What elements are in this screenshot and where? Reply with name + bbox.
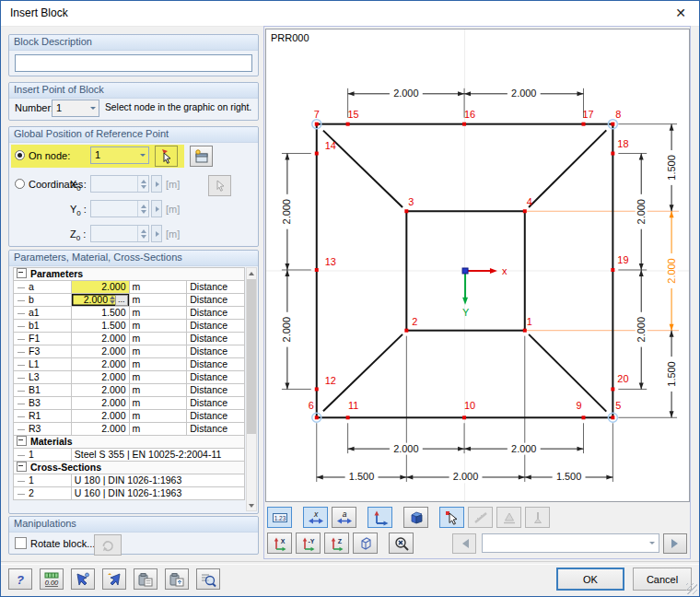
block-drawing[interactable]: 2.0002.0002.0002.0002.0002.0001.5002.000… bbox=[266, 29, 689, 501]
node-marker[interactable] bbox=[611, 387, 614, 391]
table-row[interactable]: 1U 180 | DIN 1026-1:1963 bbox=[14, 474, 245, 487]
cancel-button[interactable]: Cancel bbox=[633, 568, 692, 591]
param-value-cell[interactable]: 2.000 bbox=[71, 397, 129, 410]
resize-grip[interactable] bbox=[686, 583, 697, 594]
block-preview-area[interactable]: 2.0002.0002.0002.0002.0002.0001.5002.000… bbox=[265, 29, 690, 502]
item-value-cell[interactable]: U 160 | DIN 1026-1:1963 bbox=[71, 487, 244, 500]
param-value-cell[interactable]: 2.000 bbox=[71, 410, 129, 423]
pick-node-button[interactable] bbox=[155, 146, 178, 167]
table-scrollbar[interactable] bbox=[246, 267, 257, 511]
block-select-combo[interactable] bbox=[482, 533, 659, 553]
units-decimal-button[interactable]: 0.00 bbox=[40, 568, 64, 590]
z0-spinner[interactable] bbox=[90, 225, 149, 242]
x0-expand-button[interactable] bbox=[151, 175, 162, 193]
collapse-icon[interactable] bbox=[17, 462, 27, 472]
param-value-cell[interactable]: 2.000 bbox=[71, 423, 129, 436]
node-marker[interactable] bbox=[404, 209, 408, 213]
insert-number-combo[interactable]: 1 bbox=[52, 100, 99, 117]
dimension-x-toggle-button[interactable]: x bbox=[303, 507, 328, 528]
item-value-cell[interactable]: U 180 | DIN 1026-1:1963 bbox=[71, 474, 244, 487]
x0-spinner[interactable] bbox=[90, 175, 149, 193]
node-marker[interactable] bbox=[582, 416, 586, 419]
paste-special-button[interactable] bbox=[165, 568, 189, 590]
scroll-up-icon[interactable] bbox=[247, 268, 256, 278]
node-marker[interactable] bbox=[346, 416, 350, 419]
dimension-a-toggle-button[interactable]: a bbox=[332, 507, 356, 528]
param-value-cell[interactable]: 2.000 bbox=[71, 345, 129, 358]
paste-button[interactable] bbox=[134, 568, 158, 590]
ok-button[interactable]: OK bbox=[556, 568, 624, 591]
table-row[interactable]: 2U 160 | DIN 1026-1:1963 bbox=[14, 487, 245, 500]
isometric-view-button[interactable] bbox=[353, 533, 378, 554]
view-x-button[interactable]: X bbox=[267, 533, 292, 554]
table-row[interactable]: F32.000mDistance bbox=[14, 345, 245, 358]
node-marker[interactable] bbox=[462, 123, 466, 126]
param-value-cell[interactable]: 2.000... bbox=[71, 294, 129, 307]
rotate-block-checkbox[interactable] bbox=[15, 537, 27, 549]
node-marker[interactable] bbox=[346, 123, 350, 126]
view-minus-y-button[interactable]: -Y bbox=[296, 533, 321, 554]
solid-render-toggle-button[interactable] bbox=[403, 507, 428, 528]
ellipsis-button[interactable]: ... bbox=[115, 295, 128, 306]
on-node-combo[interactable]: 1 bbox=[90, 146, 149, 164]
axes-toggle-button[interactable] bbox=[368, 507, 392, 528]
apply-object-button[interactable] bbox=[102, 568, 126, 590]
table-row[interactable]: F12.000mDistance bbox=[14, 333, 245, 345]
param-value-cell[interactable]: 2.000 bbox=[71, 333, 129, 345]
node-marker[interactable] bbox=[462, 416, 466, 419]
node-marker[interactable] bbox=[315, 268, 319, 272]
param-value-cell[interactable]: 2.000 bbox=[71, 384, 129, 397]
table-section-header[interactable]: Parameters bbox=[14, 268, 245, 281]
table-row[interactable]: L32.000mDistance bbox=[14, 371, 245, 384]
table-row[interactable]: a2.000mDistance bbox=[14, 281, 245, 294]
node-marker[interactable] bbox=[315, 416, 319, 419]
help-button[interactable]: ? bbox=[8, 568, 32, 590]
table-row[interactable]: B32.000mDistance bbox=[14, 397, 245, 410]
param-value-cell[interactable]: 2.000 bbox=[71, 358, 129, 371]
collapse-icon[interactable] bbox=[17, 436, 27, 446]
node-marker[interactable] bbox=[611, 416, 614, 419]
y0-spinner[interactable] bbox=[90, 200, 149, 217]
on-node-radio[interactable] bbox=[15, 150, 25, 160]
numbering-toggle-button[interactable]: 1.23 bbox=[267, 507, 292, 528]
collapse-icon[interactable] bbox=[17, 268, 27, 278]
node-marker[interactable] bbox=[611, 268, 614, 272]
node-marker[interactable] bbox=[315, 152, 319, 156]
table-row[interactable]: L12.000mDistance bbox=[14, 358, 245, 371]
table-row[interactable]: B12.000mDistance bbox=[14, 384, 245, 397]
scrollbar-thumb[interactable] bbox=[247, 279, 256, 434]
node-marker[interactable] bbox=[523, 209, 527, 213]
table-row[interactable]: 1Steel S 355 | EN 10025-2:2004-11 bbox=[14, 449, 245, 462]
param-value-cell[interactable]: 1.500 bbox=[71, 307, 129, 320]
node-marker[interactable] bbox=[315, 387, 319, 391]
node-marker[interactable] bbox=[611, 152, 614, 156]
param-value-cell[interactable]: 1.500 bbox=[71, 320, 129, 333]
z0-expand-button[interactable] bbox=[151, 225, 162, 242]
node-marker[interactable] bbox=[315, 123, 319, 126]
table-section-header[interactable]: Cross-Sections bbox=[14, 462, 245, 474]
pick-object-button[interactable] bbox=[71, 568, 95, 590]
coordinates-radio[interactable] bbox=[15, 179, 25, 189]
titlebar[interactable]: Insert Block ✕ bbox=[1, 1, 699, 27]
view-z-button[interactable]: Z bbox=[324, 533, 349, 554]
table-row[interactable]: a11.500mDistance bbox=[14, 307, 245, 320]
param-value-cell[interactable]: 2.000 bbox=[71, 371, 129, 384]
node-marker[interactable] bbox=[582, 123, 586, 126]
block-description-input[interactable] bbox=[15, 54, 252, 72]
node-pick-toggle-button[interactable] bbox=[439, 507, 464, 528]
new-window-pick-button[interactable] bbox=[190, 146, 213, 167]
parameters-table[interactable]: Parametersa2.000mDistanceb2.000...mDista… bbox=[13, 267, 245, 500]
table-row[interactable]: R32.000mDistance bbox=[14, 423, 245, 436]
param-value-cell[interactable]: 2.000 bbox=[71, 281, 129, 294]
item-value-cell[interactable]: Steel S 355 | EN 10025-2:2004-11 bbox=[71, 449, 244, 462]
node-marker[interactable] bbox=[404, 329, 408, 333]
scroll-down-icon[interactable] bbox=[247, 500, 256, 510]
view-details-button[interactable] bbox=[196, 568, 220, 590]
node-marker[interactable] bbox=[523, 329, 527, 333]
nav-next-button[interactable] bbox=[663, 533, 687, 554]
y0-expand-button[interactable] bbox=[151, 200, 162, 217]
table-row[interactable]: R12.000mDistance bbox=[14, 410, 245, 423]
zoom-reset-button[interactable] bbox=[389, 533, 414, 554]
node-marker[interactable] bbox=[611, 123, 614, 126]
table-section-header[interactable]: Materials bbox=[14, 436, 245, 449]
